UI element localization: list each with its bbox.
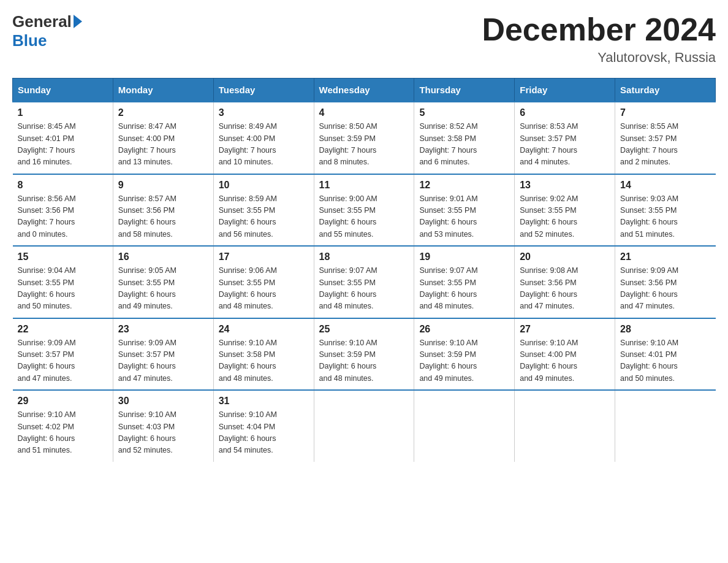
calendar-cell: 5Sunrise: 8:52 AM Sunset: 3:58 PM Daylig… (414, 102, 515, 174)
day-number: 5 (419, 107, 509, 118)
calendar-cell: 28Sunrise: 9:10 AM Sunset: 4:01 PM Dayli… (615, 318, 716, 391)
calendar-cell: 9Sunrise: 8:57 AM Sunset: 3:56 PM Daylig… (113, 174, 213, 247)
calendar-cell: 21Sunrise: 9:09 AM Sunset: 3:56 PM Dayli… (615, 246, 716, 318)
day-number: 16 (118, 251, 208, 262)
calendar-cell: 20Sunrise: 9:08 AM Sunset: 3:56 PM Dayli… (515, 246, 615, 318)
day-info: Sunrise: 9:02 AM Sunset: 3:55 PM Dayligh… (520, 193, 610, 241)
day-info: Sunrise: 9:04 AM Sunset: 3:55 PM Dayligh… (18, 265, 108, 313)
day-number: 9 (118, 180, 208, 191)
day-info: Sunrise: 8:57 AM Sunset: 3:56 PM Dayligh… (118, 193, 208, 241)
calendar-cell: 6Sunrise: 8:53 AM Sunset: 3:57 PM Daylig… (515, 102, 615, 174)
day-info: Sunrise: 9:05 AM Sunset: 3:55 PM Dayligh… (118, 265, 208, 313)
day-number: 14 (620, 180, 710, 191)
calendar-cell (615, 390, 716, 462)
day-info: Sunrise: 8:47 AM Sunset: 4:00 PM Dayligh… (118, 121, 208, 169)
day-number: 30 (118, 396, 208, 407)
calendar-cell: 17Sunrise: 9:06 AM Sunset: 3:55 PM Dayli… (213, 246, 314, 318)
day-info: Sunrise: 9:10 AM Sunset: 3:59 PM Dayligh… (319, 337, 409, 385)
logo-blue-text: Blue (12, 31, 47, 50)
day-info: Sunrise: 9:10 AM Sunset: 3:59 PM Dayligh… (419, 337, 509, 385)
column-header-monday: Monday (113, 79, 213, 102)
day-info: Sunrise: 9:09 AM Sunset: 3:56 PM Dayligh… (620, 265, 710, 313)
day-number: 8 (18, 180, 108, 191)
day-number: 4 (319, 107, 409, 118)
day-info: Sunrise: 9:07 AM Sunset: 3:55 PM Dayligh… (319, 265, 409, 313)
calendar-cell: 24Sunrise: 9:10 AM Sunset: 3:58 PM Dayli… (213, 318, 314, 391)
day-info: Sunrise: 9:06 AM Sunset: 3:55 PM Dayligh… (219, 265, 309, 313)
day-number: 2 (118, 107, 208, 118)
day-info: Sunrise: 8:56 AM Sunset: 3:56 PM Dayligh… (18, 193, 108, 241)
day-info: Sunrise: 9:10 AM Sunset: 4:03 PM Dayligh… (118, 409, 208, 457)
logo: General Blue (12, 12, 82, 50)
month-title: December 2024 (482, 12, 716, 47)
calendar-week-row: 1Sunrise: 8:45 AM Sunset: 4:01 PM Daylig… (13, 102, 716, 174)
calendar-week-row: 29Sunrise: 9:10 AM Sunset: 4:02 PM Dayli… (13, 390, 716, 462)
calendar-cell: 30Sunrise: 9:10 AM Sunset: 4:03 PM Dayli… (113, 390, 213, 462)
calendar-cell: 7Sunrise: 8:55 AM Sunset: 3:57 PM Daylig… (615, 102, 716, 174)
calendar-table: SundayMondayTuesdayWednesdayThursdayFrid… (12, 78, 716, 462)
calendar-header-row: SundayMondayTuesdayWednesdayThursdayFrid… (13, 79, 716, 102)
day-number: 22 (18, 324, 108, 335)
day-info: Sunrise: 8:49 AM Sunset: 4:00 PM Dayligh… (219, 121, 309, 169)
calendar-cell: 14Sunrise: 9:03 AM Sunset: 3:55 PM Dayli… (615, 174, 716, 247)
logo-general-text: General (12, 12, 72, 31)
calendar-week-row: 8Sunrise: 8:56 AM Sunset: 3:56 PM Daylig… (13, 174, 716, 247)
calendar-cell (515, 390, 615, 462)
calendar-cell: 3Sunrise: 8:49 AM Sunset: 4:00 PM Daylig… (213, 102, 314, 174)
calendar-cell: 10Sunrise: 8:59 AM Sunset: 3:55 PM Dayli… (213, 174, 314, 247)
calendar-cell: 27Sunrise: 9:10 AM Sunset: 4:00 PM Dayli… (515, 318, 615, 391)
calendar-week-row: 15Sunrise: 9:04 AM Sunset: 3:55 PM Dayli… (13, 246, 716, 318)
day-number: 27 (520, 324, 610, 335)
day-number: 7 (620, 107, 710, 118)
day-number: 6 (520, 107, 610, 118)
calendar-week-row: 22Sunrise: 9:09 AM Sunset: 3:57 PM Dayli… (13, 318, 716, 391)
day-number: 26 (419, 324, 509, 335)
day-info: Sunrise: 9:10 AM Sunset: 4:02 PM Dayligh… (18, 409, 108, 457)
day-number: 31 (219, 396, 309, 407)
day-info: Sunrise: 9:10 AM Sunset: 4:00 PM Dayligh… (520, 337, 610, 385)
calendar-cell: 16Sunrise: 9:05 AM Sunset: 3:55 PM Dayli… (113, 246, 213, 318)
calendar-cell: 25Sunrise: 9:10 AM Sunset: 3:59 PM Dayli… (314, 318, 414, 391)
day-number: 11 (319, 180, 409, 191)
column-header-wednesday: Wednesday (314, 79, 414, 102)
calendar-cell: 19Sunrise: 9:07 AM Sunset: 3:55 PM Dayli… (414, 246, 515, 318)
title-section: December 2024 Yalutorovsk, Russia (482, 12, 716, 66)
calendar-cell: 26Sunrise: 9:10 AM Sunset: 3:59 PM Dayli… (414, 318, 515, 391)
day-info: Sunrise: 9:10 AM Sunset: 4:01 PM Dayligh… (620, 337, 710, 385)
day-info: Sunrise: 8:50 AM Sunset: 3:59 PM Dayligh… (319, 121, 409, 169)
calendar-cell: 12Sunrise: 9:01 AM Sunset: 3:55 PM Dayli… (414, 174, 515, 247)
day-number: 17 (219, 251, 309, 262)
calendar-cell: 31Sunrise: 9:10 AM Sunset: 4:04 PM Dayli… (213, 390, 314, 462)
day-number: 3 (219, 107, 309, 118)
day-number: 28 (620, 324, 710, 335)
page-header: General Blue December 2024 Yalutorovsk, … (12, 12, 716, 66)
day-info: Sunrise: 8:59 AM Sunset: 3:55 PM Dayligh… (219, 193, 309, 241)
day-number: 23 (118, 324, 208, 335)
day-number: 20 (520, 251, 610, 262)
day-info: Sunrise: 9:01 AM Sunset: 3:55 PM Dayligh… (419, 193, 509, 241)
calendar-cell: 13Sunrise: 9:02 AM Sunset: 3:55 PM Dayli… (515, 174, 615, 247)
calendar-cell: 1Sunrise: 8:45 AM Sunset: 4:01 PM Daylig… (13, 102, 113, 174)
day-number: 25 (319, 324, 409, 335)
column-header-saturday: Saturday (615, 79, 716, 102)
column-header-thursday: Thursday (414, 79, 515, 102)
logo-arrow-icon (74, 15, 82, 28)
day-number: 12 (419, 180, 509, 191)
calendar-cell: 11Sunrise: 9:00 AM Sunset: 3:55 PM Dayli… (314, 174, 414, 247)
day-info: Sunrise: 9:09 AM Sunset: 3:57 PM Dayligh… (18, 337, 108, 385)
day-number: 24 (219, 324, 309, 335)
day-number: 19 (419, 251, 509, 262)
calendar-cell (314, 390, 414, 462)
column-header-sunday: Sunday (13, 79, 113, 102)
calendar-cell (414, 390, 515, 462)
calendar-cell: 29Sunrise: 9:10 AM Sunset: 4:02 PM Dayli… (13, 390, 113, 462)
calendar-cell: 15Sunrise: 9:04 AM Sunset: 3:55 PM Dayli… (13, 246, 113, 318)
location-title: Yalutorovsk, Russia (482, 50, 716, 66)
day-info: Sunrise: 9:07 AM Sunset: 3:55 PM Dayligh… (419, 265, 509, 313)
calendar-cell: 4Sunrise: 8:50 AM Sunset: 3:59 PM Daylig… (314, 102, 414, 174)
calendar-cell: 23Sunrise: 9:09 AM Sunset: 3:57 PM Dayli… (113, 318, 213, 391)
calendar-cell: 2Sunrise: 8:47 AM Sunset: 4:00 PM Daylig… (113, 102, 213, 174)
day-number: 13 (520, 180, 610, 191)
day-info: Sunrise: 9:09 AM Sunset: 3:57 PM Dayligh… (118, 337, 208, 385)
day-info: Sunrise: 8:53 AM Sunset: 3:57 PM Dayligh… (520, 121, 610, 169)
